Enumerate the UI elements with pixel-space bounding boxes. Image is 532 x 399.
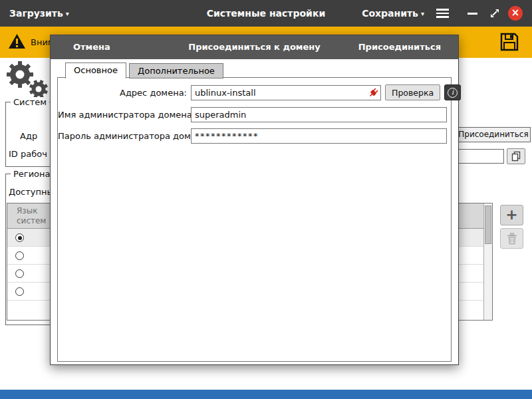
save-menu-label: Сохранить — [362, 8, 418, 19]
admin-password-row: Пароль администратора домена: — [58, 128, 451, 144]
cancel-button[interactable]: Отмена — [73, 35, 110, 59]
domain-address-wrap — [191, 85, 381, 100]
copy-icon — [510, 150, 522, 162]
save-menu-button[interactable]: Сохранить▾ — [362, 0, 424, 27]
tab-panel-main: Адрес домена: Проверка i — [57, 77, 452, 362]
check-button[interactable]: Проверка — [385, 84, 440, 100]
tab-additional[interactable]: Дополнительное — [129, 63, 223, 78]
caret-down-icon: ▾ — [421, 10, 424, 17]
window-title: Системные настройки — [0, 0, 532, 27]
admin-name-row: Имя администратора домена: — [58, 107, 451, 122]
minimize-button[interactable] — [467, 8, 479, 19]
load-menu-button[interactable]: Загрузить▾ — [9, 0, 69, 27]
join-domain-dialog: Отмена Присоединиться к домену Присоедин… — [50, 35, 459, 365]
add-button[interactable]: + — [500, 205, 523, 225]
dialog-tabs: Основное Дополнительное — [65, 63, 223, 78]
join-domain-button[interactable]: Присоединиться — [456, 127, 531, 142]
workstation-id-label-fragment: ID рабоч — [9, 149, 47, 159]
admin-name-label: Имя администратора домена: — [58, 110, 191, 120]
delete-button[interactable] — [500, 228, 523, 249]
system-groupbox-label: Систем — [11, 97, 49, 107]
admin-password-input[interactable] — [191, 128, 447, 144]
info-icon: i — [448, 88, 458, 98]
domain-address-label: Адрес домена: — [58, 88, 191, 98]
hamburger-menu-button[interactable] — [436, 9, 451, 19]
tab-main[interactable]: Основное — [65, 63, 126, 78]
trash-icon — [507, 233, 517, 245]
admin-password-label: Пароль администратора домена: — [58, 131, 191, 141]
app-window: Систем Адр ID рабоч Присоединиться Регио… — [0, 0, 532, 399]
dialog-join-button[interactable]: Присоединиться — [358, 35, 441, 59]
radio-button[interactable] — [15, 287, 24, 296]
info-button[interactable]: i — [444, 84, 461, 100]
copy-button[interactable] — [507, 148, 525, 164]
expand-icon — [489, 7, 501, 19]
address-label-fragment: Адр — [20, 131, 37, 141]
disconnected-plug-icon — [368, 87, 379, 98]
fullscreen-button[interactable] — [489, 7, 501, 19]
caret-down-icon: ▾ — [66, 10, 69, 17]
domain-address-input[interactable] — [191, 85, 381, 100]
gears-icon — [4, 59, 52, 101]
radio-button[interactable] — [15, 269, 24, 278]
load-menu-label: Загрузить — [9, 8, 63, 19]
dialog-header: Отмена Присоединиться к домену Присоедин… — [51, 35, 458, 59]
scrollbar-thumb[interactable] — [485, 205, 491, 244]
admin-name-input[interactable] — [191, 107, 447, 122]
radio-button[interactable] — [15, 251, 24, 260]
table-scrollbar[interactable] — [483, 203, 492, 320]
available-label-fragment: Доступны — [9, 187, 54, 197]
bottom-accent-bar — [0, 390, 532, 399]
close-button[interactable]: × — [508, 6, 523, 21]
radio-selected[interactable] — [15, 233, 24, 242]
domain-address-row: Адрес домена: Проверка i — [58, 84, 451, 100]
titlebar: Загрузить▾ Системные настройки Сохранить… — [0, 0, 532, 27]
